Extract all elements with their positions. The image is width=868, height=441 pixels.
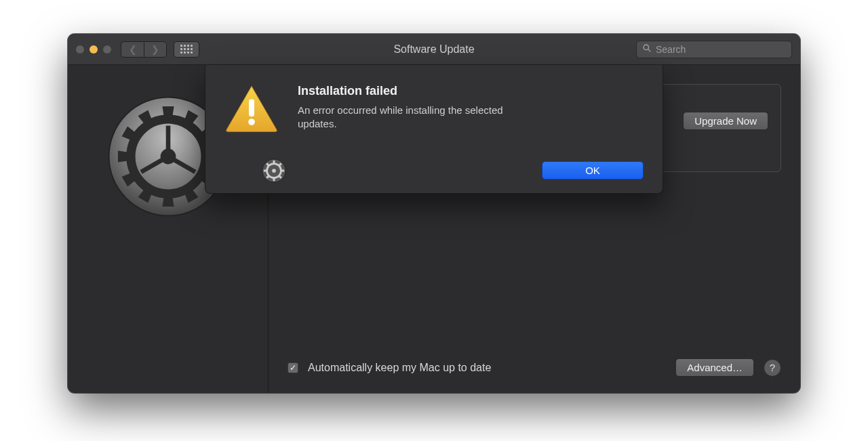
auto-update-label: Automatically keep my Mac up to date — [308, 362, 491, 374]
svg-rect-14 — [281, 169, 284, 171]
window-controls — [76, 45, 111, 54]
help-button[interactable]: ? — [764, 359, 781, 377]
alert-message: An error occurred while installing the s… — [298, 104, 521, 131]
alert-body: Installation failed An error occurred wh… — [298, 84, 644, 180]
system-preferences-badge-icon — [261, 158, 287, 184]
back-button[interactable]: ❮ — [121, 41, 144, 58]
svg-line-1 — [648, 49, 650, 51]
bottom-bar: ✓ Automatically keep my Mac up to date A… — [288, 358, 781, 379]
svg-rect-8 — [249, 99, 254, 117]
search-field-container[interactable] — [636, 41, 792, 58]
svg-rect-18 — [264, 169, 267, 171]
svg-point-9 — [248, 119, 255, 125]
svg-point-0 — [644, 45, 649, 50]
software-update-window: ❮ ❯ Software Update — [68, 34, 800, 393]
search-input[interactable] — [656, 44, 786, 55]
search-icon — [642, 43, 652, 56]
minimize-window-button[interactable] — [90, 45, 98, 54]
chevron-left-icon: ❮ — [129, 44, 137, 55]
alert-icon-container — [224, 84, 283, 180]
close-window-button[interactable] — [76, 45, 84, 54]
forward-button[interactable]: ❯ — [144, 41, 167, 58]
advanced-button[interactable]: Advanced… — [675, 358, 754, 377]
grid-icon — [180, 45, 193, 54]
error-alert-sheet: Installation failed An error occurred wh… — [205, 65, 663, 194]
alert-title: Installation failed — [298, 84, 644, 98]
svg-rect-12 — [273, 160, 275, 163]
titlebar: ❮ ❯ Software Update — [68, 34, 800, 65]
svg-point-20 — [272, 169, 276, 173]
svg-rect-16 — [273, 177, 275, 181]
nav-buttons: ❮ ❯ — [121, 41, 167, 58]
ok-button[interactable]: OK — [542, 161, 644, 180]
alert-actions: OK — [298, 161, 644, 180]
warning-triangle-icon — [224, 84, 283, 135]
auto-update-checkbox[interactable]: ✓ — [288, 362, 298, 373]
chevron-right-icon: ❯ — [151, 44, 159, 55]
fullscreen-window-button[interactable] — [103, 45, 111, 54]
show-all-button[interactable] — [174, 41, 199, 58]
help-icon: ? — [770, 362, 775, 373]
upgrade-now-button[interactable]: Upgrade Now — [683, 112, 768, 130]
